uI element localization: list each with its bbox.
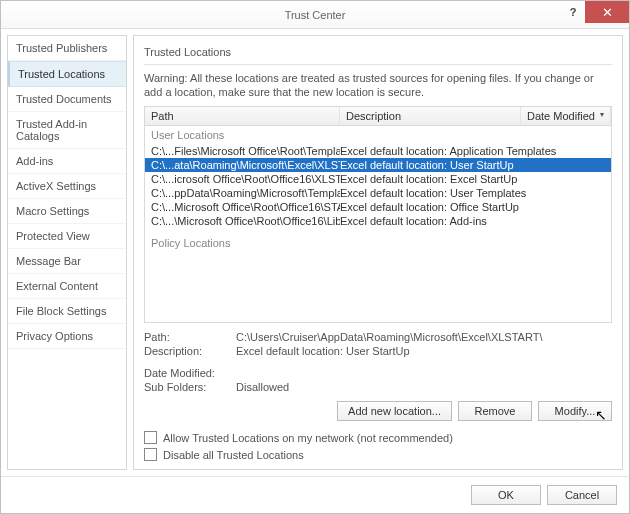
value-path: C:\Users\Cruiser\AppData\Roaming\Microso… xyxy=(236,331,612,343)
checkbox-group: Allow Trusted Locations on my network (n… xyxy=(144,429,612,463)
titlebar-buttons: ? ✕ xyxy=(561,1,629,28)
value-description: Excel default location: User StartUp xyxy=(236,345,612,357)
modify-button[interactable]: Modify...↖ xyxy=(538,401,612,421)
column-path[interactable]: Path xyxy=(145,107,340,125)
table-row[interactable]: C:\...Files\Microsoft Office\Root\Templa… xyxy=(145,144,611,158)
cell-desc: Excel default location: User StartUp xyxy=(340,159,605,171)
details-panel: Path: C:\Users\Cruiser\AppData\Roaming\M… xyxy=(144,331,612,393)
cell-path: C:\...icrosoft Office\Root\Office16\XLST… xyxy=(151,173,340,185)
allow-network-locations-checkbox[interactable]: Allow Trusted Locations on my network (n… xyxy=(144,429,612,446)
checkbox-icon xyxy=(144,448,157,461)
sidebar-item-addins[interactable]: Add-ins xyxy=(8,149,126,174)
category-sidebar: Trusted Publishers Trusted Locations Tru… xyxy=(7,35,127,470)
sidebar-item-activex-settings[interactable]: ActiveX Settings xyxy=(8,174,126,199)
locations-table: Path Description Date Modified User Loca… xyxy=(144,106,612,323)
label-date-modified: Date Modified: xyxy=(144,367,236,379)
ok-button[interactable]: OK xyxy=(471,485,541,505)
table-row[interactable]: C:\...icrosoft Office\Root\Office16\XLST… xyxy=(145,172,611,186)
cell-path: C:\...Microsoft Office\Root\Office16\STA… xyxy=(151,201,340,213)
cell-path: C:\...Files\Microsoft Office\Root\Templa… xyxy=(151,145,340,157)
cell-desc: Excel default location: Excel StartUp xyxy=(340,173,605,185)
table-body: User Locations C:\...Files\Microsoft Off… xyxy=(145,126,611,322)
action-buttons: Add new location... Remove Modify...↖ xyxy=(144,401,612,421)
cell-desc: Excel default location: Office StartUp xyxy=(340,201,605,213)
section-header: Trusted Locations xyxy=(144,44,612,65)
table-header: Path Description Date Modified xyxy=(145,107,611,126)
label-sub-folders: Sub Folders: xyxy=(144,381,236,393)
sidebar-item-privacy-options[interactable]: Privacy Options xyxy=(8,324,126,349)
label-description: Description: xyxy=(144,345,236,357)
sidebar-item-file-block-settings[interactable]: File Block Settings xyxy=(8,299,126,324)
cell-path: C:\...\Microsoft Office\Root\Office16\Li… xyxy=(151,215,340,227)
disable-all-locations-checkbox[interactable]: Disable all Trusted Locations xyxy=(144,446,612,463)
add-new-location-button[interactable]: Add new location... xyxy=(337,401,452,421)
table-row[interactable]: C:\...ata\Roaming\Microsoft\Excel\XLSTAR… xyxy=(145,158,611,172)
sidebar-item-external-content[interactable]: External Content xyxy=(8,274,126,299)
remove-button[interactable]: Remove xyxy=(458,401,532,421)
window-title: Trust Center xyxy=(1,9,629,21)
cell-desc: Excel default location: Application Temp… xyxy=(340,145,605,157)
checkbox-icon xyxy=(144,431,157,444)
warning-text: Warning: All these locations are treated… xyxy=(144,71,612,100)
sidebar-item-macro-settings[interactable]: Macro Settings xyxy=(8,199,126,224)
trust-center-window: Trust Center ? ✕ Trusted Publishers Trus… xyxy=(0,0,630,514)
dialog-footer: OK Cancel xyxy=(1,476,629,513)
sidebar-item-trusted-addin-catalogs[interactable]: Trusted Add-in Catalogs xyxy=(8,112,126,149)
table-row[interactable]: C:\...Microsoft Office\Root\Office16\STA… xyxy=(145,200,611,214)
cancel-button[interactable]: Cancel xyxy=(547,485,617,505)
sidebar-item-trusted-documents[interactable]: Trusted Documents xyxy=(8,87,126,112)
cell-desc: Excel default location: Add-ins xyxy=(340,215,605,227)
cell-path: C:\...ata\Roaming\Microsoft\Excel\XLSTAR… xyxy=(151,159,340,171)
modify-button-label: Modify... xyxy=(555,405,596,417)
close-button[interactable]: ✕ xyxy=(585,1,629,23)
group-user-locations: User Locations xyxy=(145,126,611,144)
main-panel: Trusted Locations Warning: All these loc… xyxy=(133,35,623,470)
dialog-body: Trusted Publishers Trusted Locations Tru… xyxy=(1,29,629,476)
value-date-modified xyxy=(236,367,612,379)
sidebar-item-protected-view[interactable]: Protected View xyxy=(8,224,126,249)
table-row[interactable]: C:\...\Microsoft Office\Root\Office16\Li… xyxy=(145,214,611,228)
cell-desc: Excel default location: User Templates xyxy=(340,187,605,199)
column-date-modified[interactable]: Date Modified xyxy=(521,107,611,125)
checkbox-label: Disable all Trusted Locations xyxy=(163,449,304,461)
cell-path: C:\...ppData\Roaming\Microsoft\Templates… xyxy=(151,187,340,199)
sidebar-item-trusted-publishers[interactable]: Trusted Publishers xyxy=(8,36,126,61)
help-button[interactable]: ? xyxy=(561,1,585,23)
sidebar-item-message-bar[interactable]: Message Bar xyxy=(8,249,126,274)
titlebar: Trust Center ? ✕ xyxy=(1,1,629,29)
group-policy-locations: Policy Locations xyxy=(145,234,611,252)
cursor-icon: ↖ xyxy=(595,407,607,423)
label-path: Path: xyxy=(144,331,236,343)
table-row[interactable]: C:\...ppData\Roaming\Microsoft\Templates… xyxy=(145,186,611,200)
value-sub-folders: Disallowed xyxy=(236,381,612,393)
column-description[interactable]: Description xyxy=(340,107,521,125)
sidebar-item-trusted-locations[interactable]: Trusted Locations xyxy=(8,61,126,87)
checkbox-label: Allow Trusted Locations on my network (n… xyxy=(163,432,453,444)
